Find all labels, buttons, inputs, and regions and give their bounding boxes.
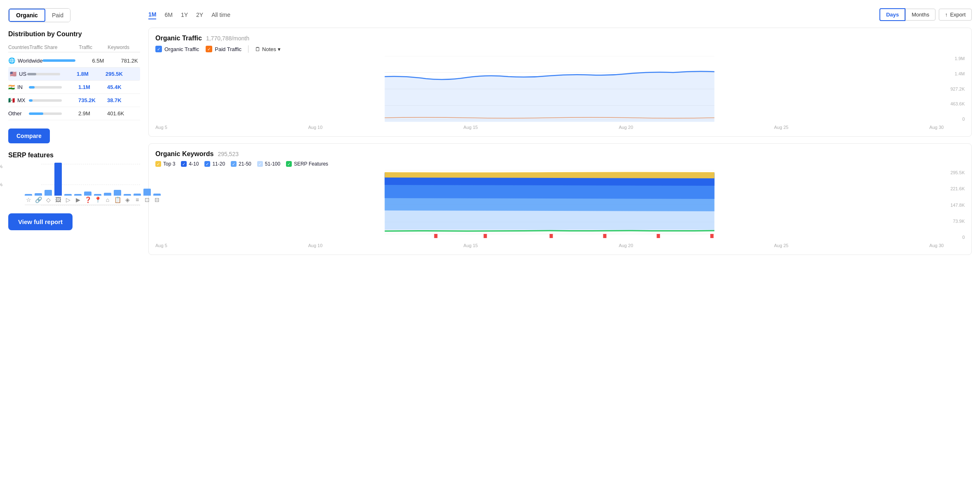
kw-legend-top3: ✓ Top 3	[155, 161, 175, 167]
table-row: 🇺🇸 US 1.8M 295.5K	[8, 68, 140, 81]
organic-paid-tabs: Organic Paid	[8, 8, 70, 22]
bar-worldwide	[42, 59, 92, 62]
serp-title: SERP features	[8, 152, 140, 159]
table-header: Countries Traffic Share Traffic Keywords	[8, 43, 140, 52]
serp-bar-item: ◇	[45, 190, 52, 203]
time-btn-alltime[interactable]: All time	[211, 11, 230, 19]
keywords-chart-wrapper: Aug 5 Aug 10 Aug 15 Aug 20 Aug 25 Aug 30…	[155, 170, 965, 248]
days-months-toggle: Days Months	[879, 8, 935, 21]
time-btn-1m[interactable]: 1M	[148, 10, 156, 19]
serp-bar-item: ≡	[134, 194, 141, 203]
compare-button[interactable]: Compare	[8, 129, 50, 143]
organic-traffic-y-axis: 1.9M 1.4M 927.2K 463.6K 0	[946, 56, 965, 130]
organic-traffic-section: Organic Traffic 1,770,788/month ✓ Organi…	[148, 28, 972, 137]
serp-bar-item: ⌂	[104, 193, 111, 203]
legend-paid-label: Paid Traffic	[215, 46, 241, 52]
organic-traffic-chart-wrapper: Aug 5 Aug 10 Aug 15 Aug 20 Aug 25 Aug 30…	[155, 56, 965, 130]
keywords-chart: Aug 5 Aug 10 Aug 15 Aug 20 Aug 25 Aug 30	[155, 170, 944, 248]
51-100-check-icon: ✓	[257, 161, 263, 167]
right-controls: Days Months ↑ Export	[879, 8, 972, 21]
keywords-x-axis: Aug 5 Aug 10 Aug 15 Aug 20 Aug 25 Aug 30	[155, 241, 944, 248]
distribution-section: Distribution by Country Countries Traffi…	[8, 30, 140, 120]
time-btn-6m[interactable]: 6M	[164, 11, 172, 19]
notes-button[interactable]: 🗒 Notes ▾	[255, 46, 281, 52]
kw-legend-51-100: ✓ 51-100	[257, 161, 280, 167]
kw-legend-serp: ✓ SERP Features	[286, 161, 328, 167]
svg-rect-13	[603, 234, 607, 238]
notes-icon: 🗒	[255, 46, 260, 52]
kw-4-10-label: 4-10	[189, 161, 199, 167]
serp-bars: ☆ 🔗 ◇ 🖼 ▷ ▶ ❓ 📍 ⌂ 📋 ◈ ≡ ⊡ ⊟	[25, 164, 140, 205]
legend-paid: ✓ Paid Traffic	[206, 46, 241, 52]
kw-top3-label: Top 3	[163, 161, 175, 167]
traffic-in: 1.1M	[78, 84, 107, 90]
time-controls: 1M 6M 1Y 2Y All time Days Months ↑ Expor…	[148, 8, 972, 21]
serp-chart: 46% 23% 0% ☆ 🔗 ◇ 🖼 ▷ ▶ ❓	[8, 164, 140, 205]
keywords-in: 45.4K	[107, 84, 140, 90]
bar-other	[29, 112, 78, 115]
serp-bar-item: ◈	[124, 194, 131, 203]
kw-legend-21-50: ✓ 21-50	[231, 161, 251, 167]
keywords-other: 401.6K	[107, 110, 140, 117]
svg-rect-15	[710, 234, 714, 238]
months-button[interactable]: Months	[905, 9, 935, 21]
kw-51-100-label: 51-100	[265, 161, 280, 167]
country-in: 🇮🇳 IN	[8, 84, 29, 90]
keywords-svg	[155, 170, 944, 240]
organic-traffic-svg	[155, 56, 944, 122]
4-10-check-icon: ✓	[181, 161, 187, 167]
organic-traffic-title-row: Organic Traffic 1,770,788/month	[155, 35, 965, 42]
serp-bar-item: ❓	[84, 192, 91, 203]
serp-bar-item: ☆	[25, 194, 32, 203]
traffic-worldwide: 6.5M	[92, 58, 121, 64]
serp-y-axis: 46% 23% 0%	[0, 164, 2, 205]
table-row: 🇲🇽 MX 735.2K 38.7K	[8, 94, 140, 107]
organic-keywords-title-row: Organic Keywords 295,523	[155, 150, 965, 158]
svg-rect-10	[434, 234, 438, 238]
keywords-legend: ✓ Top 3 ✓ 4-10 ✓ 11-20 ✓ 21-50 ✓ 51-10	[155, 161, 965, 167]
traffic-mx: 735.2K	[78, 97, 107, 103]
country-us: 🇺🇸 US	[10, 71, 27, 77]
svg-rect-11	[484, 234, 487, 238]
organic-tab[interactable]: Organic	[9, 9, 45, 22]
country-worldwide: 🌐 Worldwide	[8, 57, 42, 64]
legend-organic: ✓ Organic Traffic	[155, 46, 199, 52]
kw-serp-label: SERP Features	[294, 161, 328, 167]
serp-bar-item: ⊡	[143, 189, 151, 203]
country-other: Other	[8, 110, 29, 117]
keywords-y-axis: 295.5K 221.6K 147.8K 73.9K 0	[946, 170, 965, 248]
organic-keywords-subtitle: 295,523	[218, 151, 239, 157]
time-btn-1y[interactable]: 1Y	[181, 11, 188, 19]
notes-label: Notes	[262, 46, 276, 52]
col-countries: Countries	[8, 44, 29, 50]
days-button[interactable]: Days	[879, 8, 905, 21]
bar-in	[29, 86, 78, 89]
notes-chevron-icon: ▾	[278, 46, 281, 52]
keywords-mx: 38.7K	[107, 97, 140, 103]
paid-tab[interactable]: Paid	[45, 9, 70, 22]
organic-keywords-title: Organic Keywords	[155, 150, 213, 158]
organic-traffic-chart: Aug 5 Aug 10 Aug 15 Aug 20 Aug 25 Aug 30	[155, 56, 944, 130]
table-row: Other 2.9M 401.6K	[8, 107, 140, 120]
serp-bar-item: ▶	[74, 194, 82, 203]
view-full-report-button[interactable]: View full report	[8, 213, 73, 230]
organic-keywords-section: Organic Keywords 295,523 ✓ Top 3 ✓ 4-10 …	[148, 143, 972, 255]
bar-us	[27, 73, 77, 75]
legend-organic-label: Organic Traffic	[164, 46, 199, 52]
svg-rect-12	[550, 234, 553, 238]
svg-rect-14	[657, 234, 660, 238]
serp-section: SERP features 46% 23% 0% ☆ 🔗 ◇ 🖼	[8, 152, 140, 205]
table-row: 🇮🇳 IN 1.1M 45.4K	[8, 81, 140, 94]
serp-bar-item: 📍	[94, 194, 101, 203]
legend-divider	[248, 45, 249, 53]
organic-traffic-subtitle: 1,770,788/month	[206, 35, 249, 42]
time-btn-2y[interactable]: 2Y	[196, 11, 203, 19]
serp-check-icon: ✓	[286, 161, 292, 167]
serp-bar-item: ▷	[64, 194, 72, 203]
traffic-us: 1.8M	[77, 71, 106, 77]
kw-legend-11-20: ✓ 11-20	[204, 161, 225, 167]
serp-bar-item: ⊟	[153, 194, 161, 203]
serp-bar-item: 📋	[114, 190, 121, 203]
col-keywords: Keywords	[108, 44, 141, 50]
export-button[interactable]: ↑ Export	[939, 9, 972, 21]
